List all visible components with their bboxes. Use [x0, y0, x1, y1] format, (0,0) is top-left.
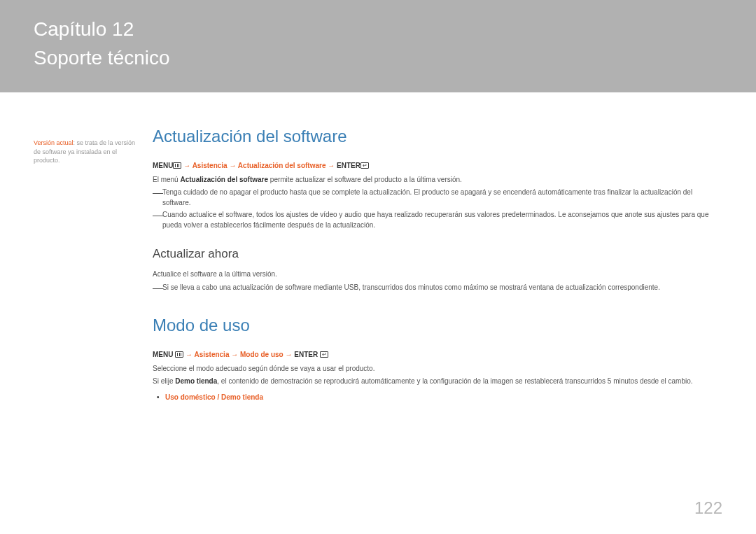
chapter-header: Capítulo 12 Soporte técnico: [0, 0, 756, 92]
nav-p2: Actualización del software: [238, 162, 326, 169]
nav-p1: Asistencia: [194, 351, 229, 358]
dash-icon: ―: [153, 188, 162, 208]
option-home-use: Uso doméstico: [165, 393, 216, 401]
p2-post: , el contenido de demostración se reprod…: [217, 377, 692, 385]
nav-arrow: →: [284, 351, 295, 358]
caution-text: Tenga cuidado de no apagar el producto h…: [162, 188, 722, 208]
intro-text: El menú Actualización del software permi…: [153, 175, 722, 185]
caution-list: ― Tenga cuidado de no apagar el producto…: [153, 188, 722, 230]
page-content: Versión actual: se trata de la versión d…: [0, 92, 756, 402]
caution-item: ― Tenga cuidado de no apagar el producto…: [153, 188, 722, 208]
chapter-number: Capítulo 12: [34, 15, 722, 43]
caution-item: ― Cuando actualice el software, todos lo…: [153, 210, 722, 230]
usage-mode-p2: Si elije Demo tienda, el contenido de de…: [153, 377, 722, 387]
nav-menu-label: MENU: [153, 162, 173, 169]
section-title-software-update: Actualización del software: [153, 125, 722, 148]
update-note-list: ― Si se lleva a cabo una actualización d…: [153, 283, 722, 293]
nav-enter-label: ENTER: [337, 162, 360, 169]
usage-mode-p1: Seleccione el modo adecuado según dónde …: [153, 364, 722, 374]
dash-icon: ―: [153, 210, 162, 230]
enter-icon: [360, 162, 369, 169]
section-title-usage-mode: Modo de uso: [153, 314, 722, 337]
nav-enter-label: ENTER: [294, 351, 318, 358]
intro-post: permite actualizar el software del produ…: [268, 176, 462, 183]
chapter-title: Soporte técnico: [34, 44, 722, 71]
nav-p1: Asistencia: [192, 162, 227, 169]
enter-icon: [320, 351, 328, 358]
p2-pre: Si elije: [153, 377, 175, 385]
dash-icon: ―: [153, 283, 162, 293]
nav-arrow: →: [181, 162, 192, 169]
update-now-text: Actualice el software a la última versió…: [153, 269, 722, 280]
update-note-text: Si se lleva a cabo una actualización de …: [162, 283, 722, 293]
intro-pre: El menú: [153, 176, 180, 183]
p2-bold: Demo tienda: [175, 377, 217, 385]
nav-path-usage-mode: MENU → Asistencia → Modo de uso → ENTER: [153, 350, 722, 360]
sidebar-note: Versión actual: se trata de la versión d…: [34, 92, 153, 402]
option-demo-store: Demo tienda: [221, 393, 263, 401]
nav-arrow: →: [229, 351, 240, 358]
nav-arrow: →: [183, 351, 194, 358]
nav-path-software-update: MENU → Asistencia → Actualización del so…: [153, 161, 722, 171]
nav-arrow: →: [227, 162, 238, 169]
nav-menu-label: MENU: [153, 351, 173, 358]
menu-icon: [173, 162, 181, 169]
option-sep: /: [216, 393, 221, 401]
nav-arrow: →: [326, 162, 337, 169]
page-number: 122: [694, 496, 722, 520]
intro-bold: Actualización del software: [180, 176, 268, 183]
options-text: Uso doméstico / Demo tienda: [165, 393, 263, 402]
subsection-title-update-now: Actualizar ahora: [153, 246, 722, 262]
caution-text: Cuando actualice el software, todos los …: [162, 210, 722, 230]
update-note-item: ― Si se lleva a cabo una actualización d…: [153, 283, 722, 293]
nav-p2: Modo de uso: [240, 351, 284, 358]
sidebar-version-label: Versión actual: [34, 139, 74, 146]
bullet-icon: •: [157, 393, 165, 402]
main-column: Actualización del software MENU → Asiste…: [153, 92, 722, 402]
usage-mode-options: • Uso doméstico / Demo tienda: [153, 393, 722, 402]
menu-icon: [175, 351, 183, 358]
